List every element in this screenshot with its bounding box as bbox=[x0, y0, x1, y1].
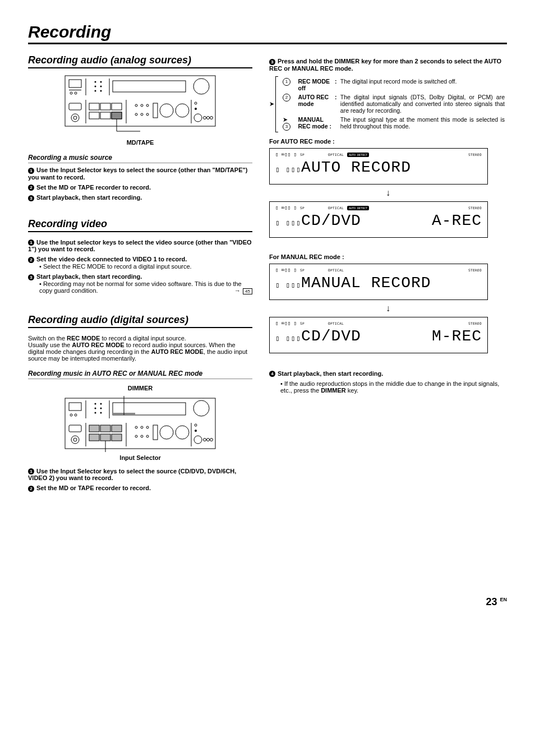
section-recording-analog-title: Recording audio (analog sources) bbox=[28, 54, 252, 68]
down-arrow-icon: ↓ bbox=[269, 188, 507, 198]
svg-point-51 bbox=[95, 407, 96, 409]
page-ref-45: 45 bbox=[243, 288, 252, 294]
mode-auto-label: AUTO REC mode bbox=[298, 94, 329, 107]
svg-point-86 bbox=[207, 438, 210, 441]
mode-off-desc: The digital input record mode is switche… bbox=[339, 77, 506, 92]
svg-rect-61 bbox=[69, 425, 81, 432]
receiver-diagram-dimmer bbox=[64, 396, 216, 452]
svg-rect-66 bbox=[100, 425, 110, 432]
lcd-cddvd-mrec: ▯ ∞▯▯ ▯ SP OPTICAL STEREO ▯ ▯▯▯CD/DVD M-… bbox=[269, 317, 488, 353]
svg-point-85 bbox=[204, 438, 206, 441]
svg-point-3 bbox=[70, 92, 72, 94]
svg-point-38 bbox=[195, 108, 197, 110]
svg-rect-21 bbox=[112, 103, 122, 110]
svg-rect-46 bbox=[69, 403, 81, 411]
svg-point-75 bbox=[135, 435, 137, 437]
svg-point-80 bbox=[176, 426, 189, 439]
svg-point-14 bbox=[193, 79, 209, 94]
svg-point-53 bbox=[100, 403, 102, 404]
step-1-1: 1Use the Input Selector keys to select t… bbox=[28, 167, 252, 181]
svg-rect-13 bbox=[113, 81, 186, 92]
svg-point-10 bbox=[100, 86, 102, 87]
step-3-3: 3Press and hold the DIMMER key for more … bbox=[269, 58, 507, 72]
svg-point-84 bbox=[194, 436, 202, 444]
right-column: 3Press and hold the DIMMER key for more … bbox=[269, 54, 507, 495]
step-3-2: 2Set the MD or TAPE recorder to record. bbox=[28, 485, 252, 492]
digital-intro: Switch on the REC MODE to record a digit… bbox=[28, 335, 252, 362]
mode-auto-desc: The digital input signals (DTS, Dolby Di… bbox=[339, 93, 506, 114]
svg-point-11 bbox=[100, 90, 102, 92]
svg-point-8 bbox=[95, 90, 96, 92]
svg-rect-65 bbox=[89, 425, 99, 432]
svg-point-48 bbox=[75, 414, 77, 416]
svg-point-63 bbox=[73, 438, 77, 441]
svg-point-47 bbox=[70, 414, 72, 416]
rec-mode-list: ➤ 1 REC MODE off : The digital input rec… bbox=[269, 76, 507, 132]
svg-point-54 bbox=[100, 407, 102, 409]
diagram-caption-md-tape: MD/TAPE bbox=[28, 139, 252, 146]
svg-point-62 bbox=[71, 436, 79, 444]
mode-off-label: REC MODE off bbox=[298, 78, 330, 91]
svg-point-39 bbox=[194, 114, 202, 122]
svg-rect-15 bbox=[69, 103, 81, 110]
subheading-music-source: Recording a music source bbox=[28, 154, 252, 163]
svg-point-32 bbox=[146, 113, 149, 116]
svg-point-74 bbox=[146, 426, 149, 428]
for-manual-label: For MANUAL REC mode : bbox=[269, 253, 344, 260]
svg-rect-19 bbox=[89, 103, 99, 110]
svg-point-72 bbox=[135, 426, 137, 428]
svg-point-73 bbox=[141, 426, 143, 428]
svg-point-30 bbox=[135, 113, 137, 116]
svg-rect-2 bbox=[69, 90, 81, 90]
svg-rect-69 bbox=[100, 434, 110, 441]
svg-rect-45 bbox=[65, 398, 215, 449]
step-2-2-sub: • Select the REC MODE to record a digita… bbox=[39, 263, 252, 270]
speaker-icon: ▯ ∞▯▯ ▯ bbox=[275, 152, 297, 157]
svg-point-87 bbox=[210, 438, 213, 441]
mode-manual-label: MANUAL REC mode : bbox=[298, 116, 332, 130]
svg-point-77 bbox=[146, 435, 149, 437]
svg-rect-0 bbox=[65, 76, 215, 126]
mode-manual-desc: The input signal type at the moment this… bbox=[339, 116, 506, 131]
lcd-optical-label: OPTICAL bbox=[328, 153, 344, 156]
lcd-manual-record: ▯ ∞▯▯ ▯ SP OPTICAL STEREO ▯ ▯▯▯MANUAL RE… bbox=[269, 264, 488, 300]
lcd-cddvd-arec: ▯ ∞▯▯ ▯ SP OPTICAL AUTO DETECT STEREO ▯ … bbox=[269, 201, 488, 238]
step-2-2: 2Set the video deck connected to VIDEO 1… bbox=[28, 256, 252, 270]
speaker-icon: ▯ ∞▯▯ ▯ bbox=[275, 268, 297, 273]
svg-rect-33 bbox=[153, 103, 158, 118]
svg-rect-67 bbox=[112, 425, 122, 432]
section-recording-video-title: Recording video bbox=[28, 218, 252, 232]
lcd-auto-record: ▯ ∞▯▯ ▯ SP OPTICAL AUTO DETECT STEREO ▯ … bbox=[269, 148, 488, 185]
svg-point-50 bbox=[95, 403, 96, 404]
diagram-caption-input-selector: Input Selector bbox=[28, 454, 252, 461]
svg-rect-22 bbox=[89, 112, 99, 119]
svg-point-82 bbox=[195, 424, 197, 426]
diagram-caption-dimmer: DIMMER bbox=[28, 385, 252, 391]
page-number: 23 EN bbox=[28, 596, 507, 608]
svg-point-27 bbox=[135, 104, 137, 107]
lcd-auto-detect-pill: AUTO DETECT bbox=[347, 153, 369, 157]
svg-rect-1 bbox=[69, 80, 81, 87]
svg-point-31 bbox=[141, 113, 143, 116]
step-1-3: 3Start playback, then start recording. bbox=[28, 194, 252, 201]
svg-point-83 bbox=[195, 430, 197, 432]
svg-rect-70 bbox=[112, 434, 122, 441]
step-2-1: 1Use the Input selector keys to select t… bbox=[28, 239, 252, 253]
svg-point-34 bbox=[160, 104, 173, 117]
section-recording-digital-title: Recording audio (digital sources) bbox=[28, 314, 252, 328]
svg-point-40 bbox=[204, 117, 206, 119]
svg-rect-23 bbox=[100, 112, 110, 119]
step-3-1: 1Use the Input Selector keys to select t… bbox=[28, 468, 252, 482]
svg-rect-20 bbox=[100, 103, 110, 110]
step-1-2: 2Set the MD or TAPE recorder to record. bbox=[28, 184, 252, 191]
svg-point-79 bbox=[160, 426, 173, 439]
down-arrow-icon: ↓ bbox=[269, 303, 507, 314]
svg-point-29 bbox=[146, 104, 149, 107]
svg-point-52 bbox=[95, 412, 96, 413]
step-4-sub: • If the audio reproduction stops in the… bbox=[280, 380, 507, 394]
for-auto-label: For AUTO REC mode : bbox=[269, 138, 335, 145]
svg-point-28 bbox=[141, 104, 143, 107]
svg-point-60 bbox=[193, 400, 209, 416]
lcd-stereo-label: STEREO bbox=[468, 153, 482, 156]
step-2-3-sub: • Recording may not be normal for some v… bbox=[39, 280, 252, 294]
